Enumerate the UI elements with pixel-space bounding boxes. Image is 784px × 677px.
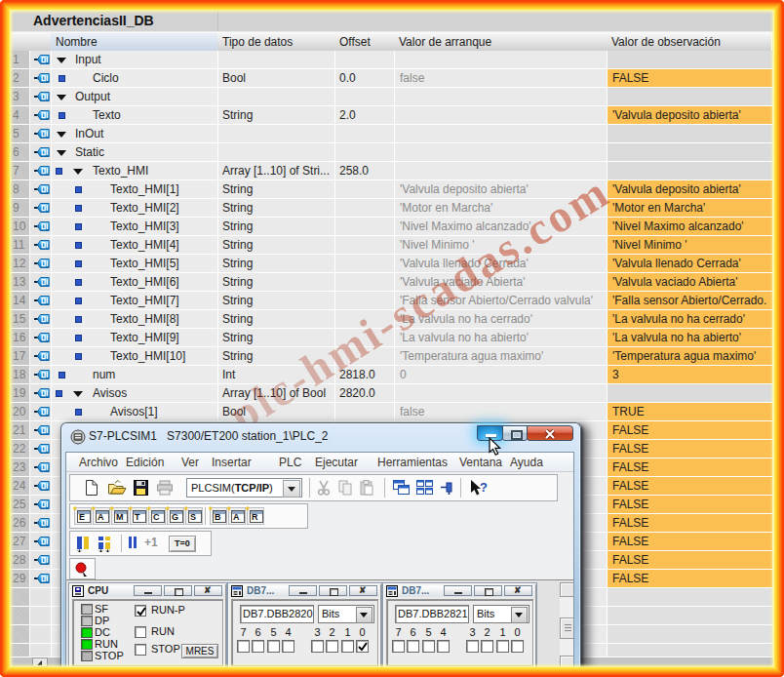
svg-text:?: ? — [480, 480, 488, 495]
